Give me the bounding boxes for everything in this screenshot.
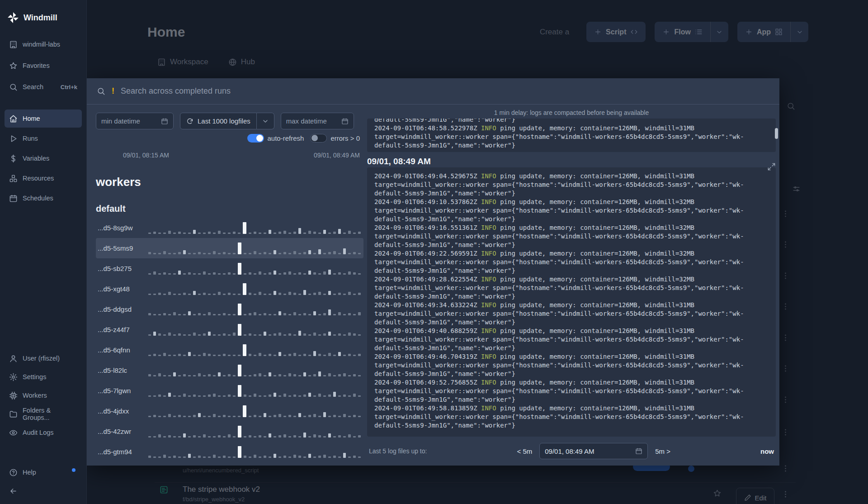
worker-row[interactable]: ...d5-42zwr bbox=[96, 421, 363, 442]
sidebar-item-help[interactable]: Help bbox=[5, 463, 82, 481]
log-toggles: auto-refresh errors > 0 bbox=[96, 134, 363, 143]
logfiles-select-group: Last 1000 logfiles bbox=[180, 113, 274, 129]
worker-row[interactable]: ...d5-xgt48 bbox=[96, 279, 363, 299]
sidebar-item-workspace[interactable]: windmill-labs bbox=[5, 35, 82, 53]
play-icon bbox=[9, 134, 18, 143]
worker-activity-sparkline bbox=[148, 258, 362, 279]
eye-icon bbox=[9, 428, 18, 437]
worker-activity-sparkline bbox=[148, 360, 362, 380]
worker-row[interactable]: ...d5-l82lc bbox=[96, 360, 363, 380]
windmill-logo-icon bbox=[7, 12, 19, 24]
worker-activity-sparkline bbox=[148, 319, 362, 340]
sidebar-item-variables[interactable]: Variables bbox=[5, 149, 82, 167]
worker-group-heading: default bbox=[96, 204, 363, 214]
refresh-icon bbox=[186, 118, 193, 125]
search-input[interactable] bbox=[121, 86, 769, 96]
sidebar-item-user[interactable]: User (rfiszel) bbox=[5, 349, 82, 367]
expand-icon[interactable] bbox=[767, 162, 776, 171]
worker-activity-sparkline bbox=[148, 421, 362, 442]
star-icon bbox=[9, 62, 18, 70]
sidebar-item-label: windmill-labs bbox=[23, 41, 60, 48]
arrow-left-icon bbox=[9, 487, 18, 495]
user-icon bbox=[9, 354, 18, 363]
log-entry: 2024-09-01T06:49:22.569591Z INFO ping up… bbox=[374, 249, 769, 275]
log-entry: 2024-09-01T06:49:28.622554Z INFO ping up… bbox=[374, 275, 769, 301]
calendar-icon bbox=[341, 118, 349, 125]
worker-activity-sparkline bbox=[148, 279, 362, 299]
sidebar-item-workers[interactable]: Workers bbox=[5, 386, 82, 404]
worker-row[interactable]: ...d5-5sms9 bbox=[96, 238, 363, 258]
sidebar-item-label: Variables bbox=[23, 155, 49, 162]
auto-refresh-toggle[interactable]: auto-refresh bbox=[247, 134, 304, 143]
sidebar-item-audit-logs[interactable]: Audit Logs bbox=[5, 423, 82, 442]
log-entry: 2024-09-01T06:49:46.704319Z INFO ping up… bbox=[374, 352, 769, 378]
worker-name: ...d5-sb275 bbox=[98, 265, 148, 272]
logfiles-select[interactable]: Last 1000 logfiles bbox=[180, 113, 257, 129]
sidebar-item-runs[interactable]: Runs bbox=[5, 129, 82, 147]
worker-row[interactable]: ...d5-gtm94 bbox=[96, 442, 363, 462]
cpu-icon bbox=[9, 391, 18, 400]
auto-refresh-label: auto-refresh bbox=[268, 134, 304, 142]
sidebar-item-resources[interactable]: Resources bbox=[5, 169, 82, 187]
worker-row[interactable]: ...d5-ddgsd bbox=[96, 299, 363, 319]
errors-only-toggle[interactable]: errors > 0 bbox=[310, 134, 360, 143]
worker-activity-sparkline bbox=[148, 340, 362, 360]
sidebar-item-settings[interactable]: Settings bbox=[5, 368, 82, 386]
worker-row[interactable]: ...d5-sb275 bbox=[96, 258, 363, 279]
logs-datetime-input[interactable]: 09/01, 08:49 AM bbox=[539, 443, 648, 459]
now-button[interactable]: now bbox=[760, 447, 774, 455]
sidebar-nav-top: windmill-labs Favorites Search Ctrl+k bbox=[0, 35, 86, 96]
worker-activity-sparkline bbox=[148, 299, 362, 319]
next-5m-button[interactable]: 5m > bbox=[655, 447, 670, 455]
worker-list: ...d5-8sg9w...d5-5sms9...d5-sb275...d5-x… bbox=[96, 218, 363, 462]
worker-row[interactable]: ...d5-8sg9w bbox=[96, 218, 363, 238]
worker-name: ...d5-z44f7 bbox=[98, 326, 148, 333]
log-entries-current: 2024-09-01T06:49:04.529675Z INFO ping up… bbox=[374, 172, 769, 430]
max-datetime-input[interactable]: max datetime bbox=[281, 113, 354, 129]
worker-name: ...d5-4jdxx bbox=[98, 407, 148, 415]
sidebar-item-label: Schedules bbox=[23, 195, 53, 202]
sidebar-item-schedules[interactable]: Schedules bbox=[5, 189, 82, 207]
worker-name: ...d5-gtm94 bbox=[98, 448, 148, 456]
worker-row[interactable]: ...d5-7lgwn bbox=[96, 380, 363, 401]
logs-panel: 1 min delay: logs are compacted before b… bbox=[367, 105, 779, 466]
dollar-icon bbox=[9, 154, 18, 163]
worker-row[interactable]: ...d5-4jdxx bbox=[96, 401, 363, 421]
sidebar-item-label: Help bbox=[23, 469, 36, 476]
boxes-icon bbox=[9, 174, 18, 183]
log-section-row: 09/01, 08:49 AM bbox=[367, 156, 776, 166]
worker-name: ...d5-7lgwn bbox=[98, 387, 148, 395]
toggle-track bbox=[310, 134, 327, 143]
logs-datetime-value: 09/01, 08:49 AM bbox=[545, 447, 594, 455]
log-entry: 2024-09-01T06:49:16.551361Z INFO ping up… bbox=[374, 223, 769, 249]
min-datetime-input[interactable]: min datetime bbox=[96, 113, 174, 129]
drawer-scrollbar-thumb[interactable] bbox=[775, 128, 778, 139]
log-entry: 2024-09-01T06:48:58.522978Z INFO ping up… bbox=[374, 124, 769, 150]
worker-activity-sparkline bbox=[148, 218, 362, 238]
worker-row[interactable]: ...d5-6qfnn bbox=[96, 340, 363, 360]
sidebar-item-home[interactable]: Home bbox=[5, 109, 82, 128]
sidebar-collapse-button[interactable] bbox=[5, 482, 82, 500]
sidebar-item-folders-groups[interactable]: Folders & Groups... bbox=[5, 405, 82, 423]
calendar-icon bbox=[9, 194, 18, 203]
log-chunk-previous: default-5sms9-Jmn1G","name":"worker"} 20… bbox=[367, 119, 776, 152]
runs-search-bar: ! bbox=[87, 78, 779, 105]
worker-name: ...d5-6qfnn bbox=[98, 346, 148, 354]
sidebar-item-search[interactable]: Search Ctrl+k bbox=[5, 78, 82, 96]
log-entry: 2024-09-01T06:49:04.529675Z INFO ping up… bbox=[374, 172, 769, 198]
sidebar-item-label: Resources bbox=[23, 175, 54, 182]
worker-name: ...d5-42zwr bbox=[98, 428, 148, 435]
sidebar-item-label: Favorites bbox=[23, 62, 50, 69]
brand[interactable]: Windmill bbox=[0, 0, 86, 27]
log-filters: min datetime Last 1000 logfiles max date… bbox=[96, 113, 363, 129]
logfiles-dropdown-button[interactable] bbox=[257, 113, 274, 129]
worker-activity-sparkline bbox=[148, 380, 362, 401]
worker-name: ...d5-xgt48 bbox=[98, 285, 148, 293]
prev-5m-button[interactable]: < 5m bbox=[517, 447, 532, 455]
log-entry: 2024-09-01T06:49:58.813859Z INFO ping up… bbox=[374, 404, 769, 430]
worker-row[interactable]: ...d5-z44f7 bbox=[96, 319, 363, 340]
sidebar-item-favorites[interactable]: Favorites bbox=[5, 57, 82, 75]
log-section-header: 09/01, 08:49 AM bbox=[367, 157, 431, 166]
sidebar-nav-main: Home Runs Variables Resources Schedules bbox=[0, 109, 86, 207]
log-entry: 2024-09-01T06:49:10.537862Z INFO ping up… bbox=[374, 198, 769, 223]
